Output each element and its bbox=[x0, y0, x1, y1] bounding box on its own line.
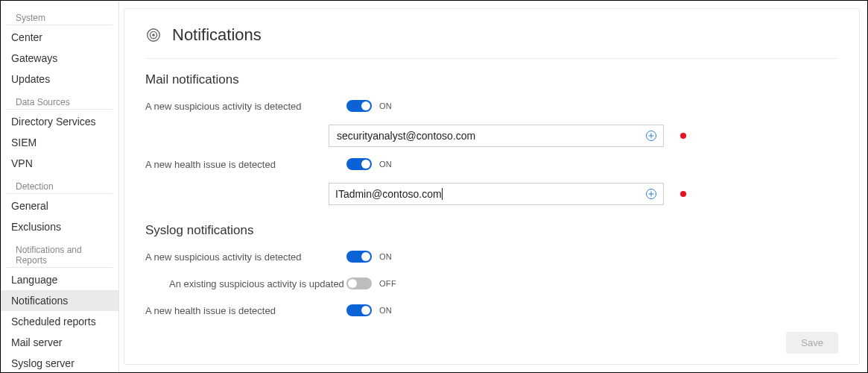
toggle-state-label: ON bbox=[379, 101, 392, 110]
toggle-health-syslog[interactable] bbox=[346, 304, 372, 316]
settings-panel: Notifications Mail notifications A new s… bbox=[124, 8, 860, 365]
sidebar-item-notifications[interactable]: Notifications bbox=[1, 290, 118, 311]
toggle-updated-syslog[interactable] bbox=[346, 278, 372, 289]
sidebar-group-header: Notifications and Reports bbox=[7, 242, 113, 268]
sidebar-item-directory-services[interactable]: Directory Services bbox=[1, 111, 118, 132]
main-area: Notifications Mail notifications A new s… bbox=[118, 1, 867, 372]
email-input-box: ITadmin@contoso.com bbox=[329, 183, 664, 205]
save-button[interactable]: Save bbox=[786, 332, 838, 354]
syslog-row-health: A new health issue is detected ON bbox=[145, 299, 838, 322]
toggle-suspicious-syslog[interactable] bbox=[346, 251, 372, 263]
toggle-state-label: ON bbox=[379, 306, 392, 315]
svg-point-2 bbox=[152, 34, 155, 37]
email-input-box bbox=[329, 125, 664, 147]
sidebar-group-header: Detection bbox=[7, 178, 113, 194]
email-row-2: ITadmin@contoso.com bbox=[145, 183, 838, 205]
sidebar-item-gateways[interactable]: Gateways bbox=[1, 48, 118, 69]
add-email-icon[interactable] bbox=[645, 130, 657, 142]
mail-row-label: A new health issue is detected bbox=[145, 159, 346, 170]
syslog-row-label: A new suspicious activity is detected bbox=[145, 251, 346, 263]
sidebar-item-siem[interactable]: SIEM bbox=[1, 132, 118, 153]
toggle-state-label: OFF bbox=[379, 279, 396, 288]
sidebar-item-exclusions[interactable]: Exclusions bbox=[1, 216, 118, 237]
mail-section-title: Mail notifications bbox=[145, 72, 838, 87]
sidebar: SystemCenterGatewaysUpdatesData SourcesD… bbox=[1, 1, 118, 372]
email-row-1 bbox=[145, 125, 838, 147]
mail-row-health: A new health issue is detected ON bbox=[145, 153, 838, 175]
target-icon bbox=[145, 27, 162, 43]
page-title: Notifications bbox=[172, 25, 262, 45]
syslog-row-updated: An existing suspicious activity is updat… bbox=[145, 272, 838, 295]
toggle-health-mail[interactable] bbox=[346, 158, 372, 170]
syslog-row-suspicious: A new suspicious activity is detected ON bbox=[145, 245, 838, 268]
sidebar-item-syslog-server[interactable]: Syslog server bbox=[1, 353, 118, 372]
email-input-suspicious[interactable] bbox=[335, 129, 645, 142]
sidebar-group-header: System bbox=[7, 10, 113, 25]
toggle-state-label: ON bbox=[379, 160, 392, 169]
sidebar-item-language[interactable]: Language bbox=[1, 269, 118, 290]
syslog-row-label: An existing suspicious activity is updat… bbox=[145, 278, 346, 289]
sidebar-item-general[interactable]: General bbox=[1, 195, 118, 216]
toggle-wrap: ON bbox=[346, 100, 392, 112]
syslog-row-label: A new health issue is detected bbox=[145, 305, 346, 316]
sidebar-item-updates[interactable]: Updates bbox=[1, 69, 118, 90]
validation-error-indicator bbox=[680, 133, 686, 139]
toggle-state-label: ON bbox=[379, 252, 392, 261]
sidebar-item-scheduled-reports[interactable]: Scheduled reports bbox=[1, 311, 118, 332]
sidebar-item-center[interactable]: Center bbox=[1, 27, 118, 48]
sidebar-item-vpn[interactable]: VPN bbox=[1, 153, 118, 174]
sidebar-item-mail-server[interactable]: Mail server bbox=[1, 332, 118, 353]
page-title-row: Notifications bbox=[145, 25, 838, 59]
sidebar-group-header: Data Sources bbox=[7, 94, 113, 110]
mail-row-suspicious: A new suspicious activity is detected ON bbox=[145, 95, 838, 117]
mail-row-label: A new suspicious activity is detected bbox=[145, 101, 346, 112]
syslog-section-title: Syslog notifications bbox=[145, 223, 838, 238]
validation-error-indicator bbox=[680, 191, 686, 197]
toggle-suspicious-mail[interactable] bbox=[346, 100, 372, 112]
toggle-wrap: ON bbox=[346, 158, 392, 170]
app-window: SystemCenterGatewaysUpdatesData SourcesD… bbox=[0, 0, 868, 373]
